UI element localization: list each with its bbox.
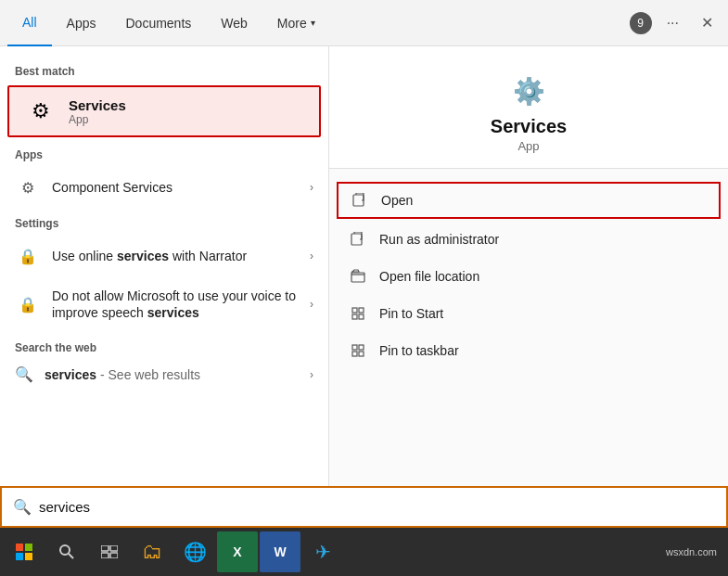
microsoft-services-label: Do not allow Microsoft to use your voice… bbox=[52, 288, 310, 321]
app-preview: ⚙️ Services App bbox=[329, 46, 728, 168]
main-content: Best match ⚙ Services App Apps ⚙ Compone… bbox=[0, 46, 728, 486]
svg-rect-11 bbox=[16, 544, 23, 551]
tab-web[interactable]: Web bbox=[206, 0, 262, 46]
svg-rect-9 bbox=[352, 352, 357, 356]
narrator-icon: 🔒 bbox=[15, 243, 41, 269]
taskbar-app-chrome[interactable]: 🌐 bbox=[174, 531, 215, 572]
svg-rect-18 bbox=[110, 545, 118, 551]
app-preview-name: Services bbox=[491, 116, 567, 137]
search-bar: 🔍 bbox=[0, 486, 728, 528]
action-pin-to-start-label: Pin to Start bbox=[379, 306, 443, 321]
best-match-type: App bbox=[69, 113, 126, 126]
search-web-section-label: Search the web bbox=[0, 330, 328, 358]
action-run-as-admin[interactable]: Run as administrator bbox=[329, 221, 728, 258]
list-item-microsoft-services[interactable]: 🔒 Do not allow Microsoft to use your voi… bbox=[0, 278, 328, 330]
app-preview-type: App bbox=[517, 139, 539, 153]
tab-all[interactable]: All bbox=[7, 0, 52, 46]
svg-rect-8 bbox=[359, 345, 364, 350]
chevron-right-icon-4: › bbox=[310, 368, 313, 381]
action-open[interactable]: Open bbox=[337, 182, 721, 219]
pin-taskbar-icon bbox=[348, 340, 368, 361]
svg-rect-6 bbox=[359, 314, 364, 319]
svg-rect-13 bbox=[16, 553, 23, 560]
search-web-icon: 🔍 bbox=[15, 365, 33, 383]
action-open-label: Open bbox=[381, 193, 413, 208]
taskbar-app-excel[interactable]: X bbox=[217, 531, 258, 572]
svg-rect-14 bbox=[25, 553, 32, 560]
svg-rect-19 bbox=[101, 553, 109, 558]
open-file-location-icon bbox=[348, 266, 368, 287]
right-panel: ⚙️ Services App Open bbox=[329, 46, 728, 486]
apps-section-label: Apps bbox=[0, 141, 328, 165]
settings-section-label: Settings bbox=[0, 210, 328, 234]
tab-documents-label: Documents bbox=[125, 16, 191, 31]
left-panel: Best match ⚙ Services App Apps ⚙ Compone… bbox=[0, 46, 329, 486]
action-pin-to-start[interactable]: Pin to Start bbox=[329, 295, 728, 332]
svg-rect-10 bbox=[359, 352, 364, 356]
best-match-text: Services App bbox=[69, 97, 126, 126]
best-match-section-label: Best match bbox=[0, 58, 328, 82]
svg-rect-7 bbox=[352, 345, 357, 350]
taskbar: 🗂 🌐 X W ✈ wsxdn.com bbox=[0, 528, 728, 576]
tab-web-label: Web bbox=[221, 16, 248, 31]
taskbar-app-telegram[interactable]: ✈ bbox=[302, 531, 343, 572]
close-button[interactable]: ✕ bbox=[694, 10, 721, 35]
notification-badge: 9 bbox=[630, 12, 652, 34]
action-pin-to-taskbar[interactable]: Pin to taskbar bbox=[329, 332, 728, 369]
tab-all-label: All bbox=[22, 15, 37, 30]
tab-apps[interactable]: Apps bbox=[52, 0, 111, 46]
best-match-item-services[interactable]: ⚙ Services App bbox=[7, 85, 321, 137]
search-bar-icon: 🔍 bbox=[13, 498, 32, 516]
action-run-as-admin-label: Run as administrator bbox=[379, 232, 499, 247]
more-options-button[interactable]: ··· bbox=[659, 11, 686, 35]
list-item-narrator-services[interactable]: 🔒 Use online services with Narrator › bbox=[0, 234, 328, 278]
chevron-right-icon-3: › bbox=[310, 298, 313, 311]
start-button[interactable] bbox=[4, 531, 45, 572]
search-web-text: services - See web results bbox=[45, 367, 200, 382]
taskbar-right: wsxdn.com bbox=[666, 546, 724, 557]
chevron-right-icon-2: › bbox=[310, 250, 313, 262]
tab-apps-label: Apps bbox=[67, 16, 96, 31]
svg-rect-4 bbox=[359, 308, 364, 313]
taskbar-app-files[interactable]: 🗂 bbox=[132, 531, 172, 572]
divider bbox=[329, 168, 728, 169]
component-services-label: Component Services bbox=[52, 180, 310, 195]
list-item-component-services[interactable]: ⚙ Component Services › bbox=[0, 165, 328, 210]
taskbar-watermark: wsxdn.com bbox=[666, 546, 717, 557]
tab-bar-right: 9 ··· ✕ bbox=[630, 10, 721, 35]
action-pin-to-taskbar-label: Pin to taskbar bbox=[379, 343, 459, 358]
pin-start-icon bbox=[348, 303, 368, 324]
task-view-button[interactable] bbox=[89, 531, 130, 572]
svg-rect-5 bbox=[352, 314, 357, 319]
run-as-admin-icon bbox=[348, 229, 368, 250]
app-preview-icon: ⚙️ bbox=[513, 76, 545, 107]
chevron-right-icon: › bbox=[310, 181, 313, 194]
tab-documents[interactable]: Documents bbox=[110, 0, 206, 46]
search-input[interactable] bbox=[39, 499, 715, 515]
best-match-name: Services bbox=[69, 97, 126, 113]
action-list: Open Run as administrator bbox=[329, 173, 728, 377]
component-services-icon: ⚙ bbox=[15, 174, 41, 200]
svg-point-15 bbox=[60, 545, 70, 555]
search-taskbar-button[interactable] bbox=[46, 531, 87, 572]
action-open-file-location-label: Open file location bbox=[379, 269, 479, 284]
svg-rect-20 bbox=[110, 553, 118, 558]
svg-rect-17 bbox=[101, 545, 109, 551]
chevron-down-icon: ▾ bbox=[311, 18, 315, 28]
open-icon bbox=[350, 190, 370, 211]
search-web-item[interactable]: 🔍 services - See web results › bbox=[0, 358, 328, 390]
action-open-file-location[interactable]: Open file location bbox=[329, 258, 728, 295]
taskbar-app-word[interactable]: W bbox=[260, 531, 300, 572]
tab-more-label: More bbox=[277, 16, 307, 31]
services-app-icon: ⚙ bbox=[24, 95, 57, 128]
privacy-icon: 🔒 bbox=[15, 291, 41, 317]
svg-rect-3 bbox=[352, 308, 357, 313]
svg-line-16 bbox=[69, 554, 73, 558]
svg-rect-12 bbox=[25, 544, 32, 551]
tab-bar: All Apps Documents Web More ▾ 9 ··· ✕ bbox=[0, 0, 728, 46]
narrator-services-label: Use online services with Narrator bbox=[52, 248, 310, 264]
tab-more[interactable]: More ▾ bbox=[262, 0, 330, 46]
